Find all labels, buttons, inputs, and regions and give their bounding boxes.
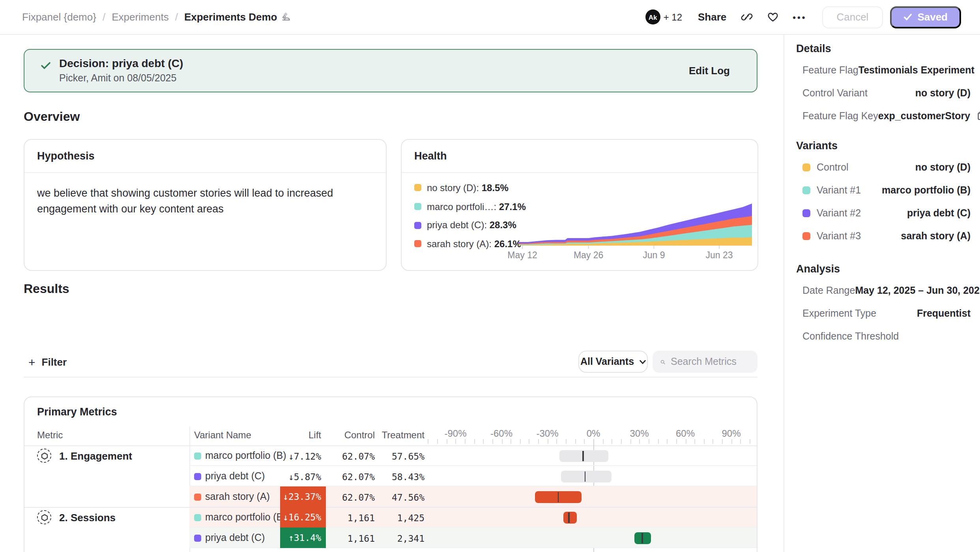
metric-group-label[interactable]: 2. Sessions — [37, 510, 116, 524]
axis-tick — [584, 439, 585, 444]
axis-tick — [630, 439, 631, 444]
breadcrumb-item-fixpanel-demo-[interactable]: Fixpanel {demo} — [22, 11, 96, 23]
row-highlight — [189, 486, 757, 507]
sidebar-row-value: marco portfolio (B) — [882, 184, 971, 195]
variant-filter-dropdown[interactable]: All Variants — [578, 351, 648, 373]
treatment-value: 47.56% — [346, 492, 425, 503]
sidebar-row-label: Control — [817, 161, 849, 173]
legend-swatch — [414, 203, 421, 210]
results-heading: Results — [24, 282, 69, 296]
sidebar-row-label: Variant #3 — [817, 230, 861, 241]
sidebar-row-label: Feature Flag — [802, 64, 858, 75]
table-row[interactable]: 2. Sessionsmarco portfolio (B)↓16.25%1,1… — [24, 507, 757, 528]
treatment-value: 58.43% — [346, 471, 425, 482]
axis-tick — [446, 439, 447, 444]
axis-tick — [520, 439, 521, 444]
axis-tick — [667, 439, 668, 444]
filter-button-label: Filter — [42, 356, 67, 368]
avatar[interactable]: Ak — [645, 9, 660, 24]
sidebar-heading-analysis: Analysis — [796, 263, 971, 276]
axis-tick — [676, 439, 677, 444]
cancel-button[interactable]: Cancel — [822, 6, 883, 28]
axis-label: -60% — [482, 428, 521, 439]
copy-link-icon[interactable] — [741, 11, 752, 23]
clipboard-icon[interactable] — [976, 111, 980, 121]
table-row[interactable]: priya debt (C)↑31.4%1,1612,341 — [24, 528, 757, 548]
edit-log-button[interactable]: Edit Log — [689, 65, 730, 77]
sidebar-row-value: sarah story (A) — [901, 230, 971, 241]
breadcrumb: Fixpanel {demo}/Experiments/Experiments … — [0, 11, 291, 23]
axis-tick — [612, 439, 613, 444]
toolbar-divider — [24, 377, 757, 377]
sidebar-heading-details: Details — [796, 43, 971, 55]
search-icon — [660, 357, 665, 367]
health-legend: no story (D): 18.5%marco portfoli…: 27.1… — [414, 178, 526, 253]
axis-tick — [750, 439, 750, 444]
group-divider — [24, 507, 757, 508]
metric-goal-icon — [37, 449, 51, 463]
axis-label: 60% — [666, 428, 705, 439]
hypothesis-card-title: Hypothesis — [24, 140, 386, 173]
legend-label: sarah story (A): 26.1% — [427, 238, 521, 250]
axis-tick — [704, 439, 705, 444]
more-options-button[interactable]: ••• — [793, 12, 806, 22]
axis-tick — [511, 439, 511, 444]
avatar-overflow-count[interactable]: + 12 — [664, 11, 682, 23]
app-window: Fixpanel {demo}/Experiments/Experiments … — [0, 0, 980, 552]
x-axis-label: Jun 9 — [630, 250, 677, 260]
variant-name: marco portfolio (B) — [205, 512, 286, 523]
metrics-search — [653, 351, 757, 373]
col-header-variant: Variant Name — [194, 430, 251, 441]
variant-swatch — [802, 209, 810, 217]
breadcrumb-item-experiments-demo[interactable]: Experiments Demo — [184, 11, 292, 23]
lift-marker — [584, 471, 585, 481]
metric-goal-icon — [37, 510, 51, 524]
axis-tick — [741, 439, 741, 444]
axis-tick — [602, 439, 603, 444]
variant-name: sarah story (A) — [205, 491, 270, 502]
sidebar-row-value: no story (D) — [915, 161, 971, 173]
confidence-interval-bar — [560, 450, 609, 462]
x-axis-label: Jun 23 — [696, 250, 743, 260]
metric-group-label[interactable]: 1. Engagement — [37, 449, 132, 463]
confidence-interval-bar — [563, 511, 576, 523]
saved-button[interactable]: Saved — [890, 6, 961, 28]
axis-tick — [639, 439, 640, 444]
sidebar-row: Controlno story (D) — [796, 156, 971, 178]
breadcrumb-item-experiments[interactable]: Experiments — [112, 11, 169, 23]
sidebar-row: Variant #2priya debt (C) — [796, 201, 971, 224]
axis-tick — [649, 439, 649, 444]
search-metrics-input[interactable] — [671, 356, 750, 367]
axis-label: -90% — [436, 428, 475, 439]
sidebar-row-label: Control Variant — [802, 87, 868, 98]
axis-tick — [713, 439, 714, 444]
share-button[interactable]: Share — [698, 11, 726, 23]
table-row[interactable]: sarah story (A)↑4.54%1,1611,716 — [24, 548, 757, 552]
axis-tick — [722, 439, 723, 444]
treatment-value: 57.65% — [346, 451, 425, 462]
nav-actions: Ak + 12 Share ••• Cancel Saved — [645, 6, 980, 28]
variant-name: priya debt (C) — [205, 532, 265, 543]
sidebar-row-value: Testimonials Experiment — [858, 64, 974, 75]
axis-tick — [456, 439, 456, 444]
hypothesis-text: we believe that showing customer stories… — [24, 173, 372, 229]
sidebar-row: Feature FlagTestimonials Experiment — [796, 58, 971, 81]
sidebar-row: Date RangeMay 12, 2025 – Jun 30, 2025 — [796, 279, 971, 302]
legend-item: marco portfoli…: 27.1% — [414, 197, 526, 216]
table-row[interactable]: priya debt (C)↓5.87%62.07%58.43% — [24, 466, 757, 486]
legend-swatch — [414, 222, 421, 229]
axis-tick — [658, 439, 658, 444]
hypothesis-card: Hypothesis we believe that showing custo… — [24, 139, 387, 271]
treatment-value: 1,425 — [346, 512, 425, 523]
sidebar-row: Control Variantno story (D) — [796, 81, 971, 104]
lift-marker — [582, 451, 584, 461]
sidebar-row: Feature Flag Keyexp_customerStory — [796, 104, 971, 127]
metric-name: 2. Sessions — [59, 511, 116, 523]
table-row[interactable]: sarah story (A)↓23.37%62.07%47.56% — [24, 486, 757, 507]
table-row[interactable]: 1. Engagementmarco portfolio (B)↓7.12%62… — [24, 445, 757, 466]
row-highlight — [189, 528, 757, 548]
sidebar-row: Confidence Threshold — [796, 325, 971, 347]
favorite-heart-icon[interactable] — [767, 11, 778, 23]
variant-swatch — [194, 534, 201, 541]
add-filter-button[interactable]: + Filter — [28, 351, 67, 373]
